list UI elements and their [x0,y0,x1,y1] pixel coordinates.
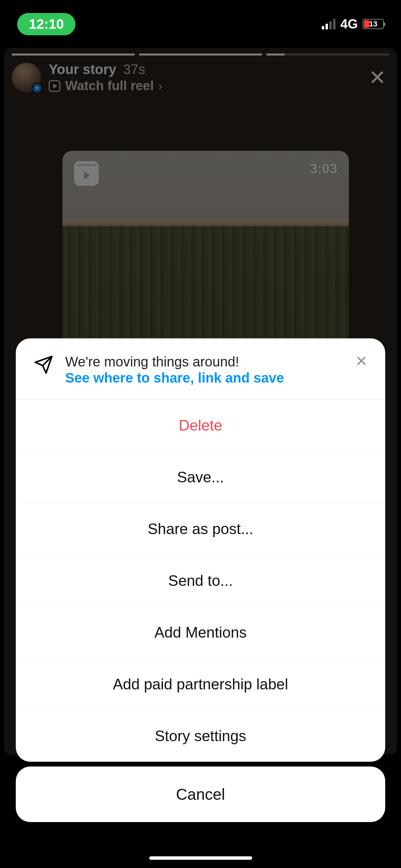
sheet-item-save[interactable]: Save... [16,451,385,503]
home-indicator[interactable] [149,856,252,860]
battery-percent-label: 13 [363,20,383,28]
cancel-button[interactable]: Cancel [16,767,385,822]
sheet-item-story-settings[interactable]: Story settings [16,710,385,762]
network-type-label: 4G [340,17,358,32]
battery-icon: 13 [363,19,384,29]
banner-close-button[interactable]: ✕ [355,354,367,369]
sheet-item-delete[interactable]: Delete [16,400,385,451]
sheet-item-paid-partnership[interactable]: Add paid partnership label [16,659,385,710]
share-icon [34,355,54,376]
sheet-info-banner[interactable]: We're moving things around! See where to… [16,338,385,400]
sheet-item-share-as-post[interactable]: Share as post... [16,503,385,555]
status-time-pill[interactable]: 12:10 [17,13,75,35]
sheet-item-send-to[interactable]: Send to... [16,555,385,607]
banner-title: We're moving things around! [65,354,344,370]
cellular-signal-icon [322,19,335,29]
status-right-cluster: 4G 13 [322,17,384,32]
status-bar: 12:10 4G 13 [0,0,401,48]
story-options-sheet: We're moving things around! See where to… [16,338,385,762]
sheet-item-add-mentions[interactable]: Add Mentions [16,607,385,659]
banner-link[interactable]: See where to share, link and save [65,370,344,386]
